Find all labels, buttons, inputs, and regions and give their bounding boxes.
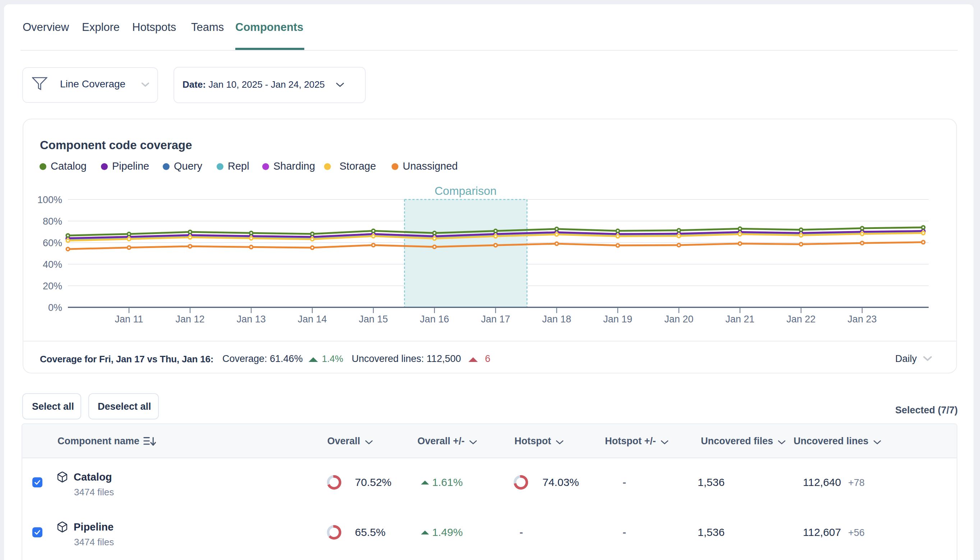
svg-text:60%: 60% [43,238,62,248]
svg-text:Jan 15: Jan 15 [359,314,388,325]
svg-text:0%: 0% [48,302,62,313]
svg-text:Jan 23: Jan 23 [847,314,877,325]
svg-text:Jan 12: Jan 12 [176,314,205,325]
svg-text:Jan 22: Jan 22 [786,314,816,325]
svg-text:Jan 20: Jan 20 [664,314,693,325]
svg-text:Jan 21: Jan 21 [725,314,754,325]
svg-text:Jan 16: Jan 16 [420,314,449,325]
svg-text:Jan 13: Jan 13 [237,314,266,325]
svg-text:Jan 11: Jan 11 [115,314,143,325]
svg-text:Comparison: Comparison [435,184,497,197]
svg-text:Jan 14: Jan 14 [298,314,327,325]
svg-text:Jan 18: Jan 18 [542,314,571,325]
svg-text:40%: 40% [43,259,62,270]
svg-text:80%: 80% [43,216,62,227]
svg-text:20%: 20% [43,281,62,292]
svg-text:Jan 19: Jan 19 [603,314,632,325]
svg-text:100%: 100% [37,195,62,205]
svg-text:Jan 17: Jan 17 [481,314,510,325]
